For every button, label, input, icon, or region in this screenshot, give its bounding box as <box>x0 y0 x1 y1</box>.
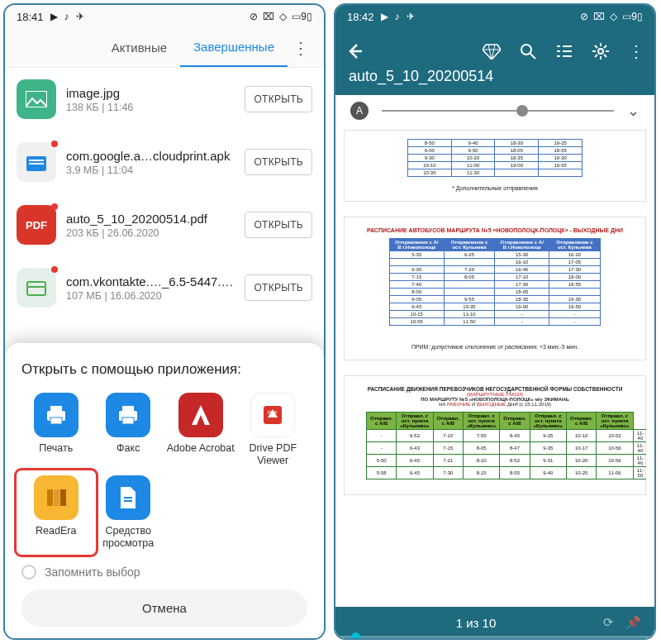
new-badge <box>51 203 58 210</box>
more-menu-icon[interactable]: ⋮ <box>628 41 644 61</box>
file-item[interactable]: com.google.a…cloudprint.apk 3,9 МБ | 11:… <box>5 131 324 193</box>
drive-pdf-icon: PDF <box>250 393 295 437</box>
page-counter: 1 из 10 <box>456 616 497 630</box>
back-icon[interactable] <box>345 42 364 60</box>
rotate-lock-icon[interactable]: ⟳ <box>603 615 614 630</box>
file-name: com.google.a…cloudprint.apk <box>66 149 235 163</box>
status-bar: 18:42 ▶ ♪ ✈ ⊘ ⌧ ◇ ▭9▯ <box>335 5 654 28</box>
open-button[interactable]: ОТКРЫТЬ <box>245 149 312 175</box>
battery-icon-x: ⌧ <box>263 11 274 22</box>
app-option-drive-pdf[interactable]: PDF Drive PDF Viewer <box>239 393 308 467</box>
search-icon[interactable] <box>519 42 537 60</box>
premium-diamond-icon[interactable] <box>483 43 501 60</box>
progress-thumb[interactable] <box>351 632 360 638</box>
svg-rect-14 <box>47 489 53 506</box>
battery-icon-x: ⌧ <box>593 11 605 22</box>
app-option-readera[interactable]: ReadEra <box>18 472 94 553</box>
dnd-icon: ⊘ <box>250 11 258 22</box>
open-button[interactable]: ОТКРЫТЬ <box>245 86 312 112</box>
svg-rect-18 <box>124 500 132 502</box>
radio-unchecked-icon[interactable] <box>21 565 36 580</box>
svg-point-20 <box>521 45 531 55</box>
file-meta: 138 КБ | 11:46 <box>66 102 235 113</box>
phone-right: 18:42 ▶ ♪ ✈ ⊘ ⌧ ◇ ▭9▯ ⋮ auto_5_10_202005… <box>334 3 656 640</box>
page2-title: РАСПИСАНИЕ АВТОБУСОВ МАРШРУТА №5 «НОВОПО… <box>366 227 624 233</box>
pdf-page: РАСПИСАНИЕ ДВИЖЕНИЯ ПЕРЕВОЗЧИКОВ НЕГОСУД… <box>344 375 646 495</box>
youtube-icon: ▶ <box>381 11 388 22</box>
tiktok-icon: ♪ <box>64 11 69 22</box>
svg-rect-3 <box>29 163 44 165</box>
brightness-slider[interactable] <box>382 110 614 112</box>
open-button[interactable]: ОТКРЫТЬ <box>245 274 312 301</box>
file-name: com.vkontakte.…_6.5-5447.apk <box>66 274 235 289</box>
wifi-icon: ◇ <box>610 11 617 22</box>
app-option-print[interactable]: Печать <box>21 393 91 467</box>
status-time: 18:41 <box>17 11 44 23</box>
tiktok-icon: ♪ <box>395 11 400 22</box>
open-button[interactable]: ОТКРЫТЬ <box>245 212 312 238</box>
settings-gear-icon[interactable] <box>592 42 610 60</box>
printer-icon <box>34 393 78 437</box>
pin-icon[interactable]: 📌 <box>625 615 641 630</box>
new-badge <box>51 141 58 147</box>
tab-active[interactable]: Активные <box>98 28 180 67</box>
remember-choice-row[interactable]: Запомнить выбор <box>21 565 307 580</box>
tab-completed[interactable]: Завершенные <box>180 28 288 67</box>
progress-bar[interactable] <box>335 636 654 638</box>
slider-thumb[interactable] <box>516 105 528 117</box>
docs-icon <box>106 475 150 520</box>
file-item[interactable]: image.jpg 138 КБ | 11:46 ОТКРЫТЬ <box>5 68 324 131</box>
app-label: Печать <box>39 442 73 455</box>
app-chooser-grid: Печать Факс Adobe Acrobat PDF <box>21 393 307 550</box>
svg-rect-9 <box>122 406 134 413</box>
page-footnote: * Дополнительные отправления <box>366 185 624 191</box>
image-icon <box>17 79 56 119</box>
auto-brightness-icon[interactable]: A <box>350 102 369 120</box>
adobe-icon <box>178 393 223 437</box>
svg-point-21 <box>598 49 603 54</box>
svg-rect-2 <box>29 160 44 161</box>
phone-left: 18:41 ▶ ♪ ✈ ⊘ ⌧ ◇ ▭9▯ Активные Завершенн… <box>3 3 326 640</box>
file-item[interactable]: PDF auto_5_10_20200514.pdf 203 КБ | 26.0… <box>5 193 324 256</box>
battery-icon: ▭9▯ <box>292 11 312 22</box>
apk-icon <box>17 268 56 308</box>
svg-rect-10 <box>122 417 134 424</box>
app-label: ReadEra <box>36 525 76 537</box>
pdf-pages[interactable]: 8-509-4018-3019-25 9-009-5018-0518-55 9-… <box>344 130 646 602</box>
cancel-button[interactable]: Отмена <box>21 589 307 627</box>
app-option-fax[interactable]: Факс <box>94 393 164 467</box>
telegram-icon: ✈ <box>76 11 84 22</box>
svg-rect-4 <box>27 282 45 295</box>
sheet-title: Открыть с помощью приложения: <box>21 361 307 378</box>
svg-rect-0 <box>26 91 47 107</box>
new-badge <box>51 266 58 273</box>
status-bar: 18:41 ▶ ♪ ✈ ⊘ ⌧ ◇ ▭9▯ <box>5 5 324 28</box>
pdf-page: РАСПИСАНИЕ АВТОБУСОВ МАРШРУТА №5 «НОВОПО… <box>344 217 646 360</box>
tab-bar: Активные Завершенные ⋮ <box>5 28 324 68</box>
brightness-bar: A ⌄ <box>335 95 654 126</box>
wifi-icon: ◇ <box>279 11 287 22</box>
page-footer-bar: 1 из 10 ⟳ 📌 <box>335 607 654 638</box>
file-name: auto_5_10_20200514.pdf <box>66 212 235 226</box>
pdf-icon: PDF <box>17 205 56 245</box>
app-option-adobe[interactable]: Adobe Acrobat <box>166 393 235 467</box>
svg-rect-6 <box>50 406 62 413</box>
contents-list-icon[interactable] <box>555 43 573 60</box>
apk-icon <box>17 142 56 182</box>
chevron-down-icon[interactable]: ⌄ <box>627 102 640 120</box>
more-menu-icon[interactable]: ⋮ <box>288 38 314 58</box>
page2-footnote: ПРИМ: допустимое отклонение от расписани… <box>366 344 624 350</box>
remember-label: Запомнить выбор <box>45 565 140 579</box>
file-item[interactable]: com.vkontakte.…_6.5-5447.apk 107 МБ | 16… <box>5 256 324 319</box>
telegram-icon: ✈ <box>407 11 415 22</box>
app-option-viewer[interactable]: Средство просмотра <box>94 475 164 550</box>
file-meta: 203 КБ | 26.06.2020 <box>66 227 235 239</box>
dnd-icon: ⊘ <box>580 11 588 22</box>
pdf-viewport[interactable]: A ⌄ 8-509-4018-3019-25 9-009-5018-0518-5… <box>335 95 654 638</box>
svg-rect-17 <box>124 497 132 499</box>
battery-icon: ▭9▯ <box>622 11 643 22</box>
page3-title-1: РАСПИСАНИЕ ДВИЖЕНИЯ ПЕРЕВОЗЧИКОВ НЕГОСУД… <box>366 386 624 392</box>
app-label: Drive PDF Viewer <box>239 442 308 467</box>
file-meta: 107 МБ | 16.06.2020 <box>66 290 235 302</box>
app-label: Факс <box>117 442 140 455</box>
